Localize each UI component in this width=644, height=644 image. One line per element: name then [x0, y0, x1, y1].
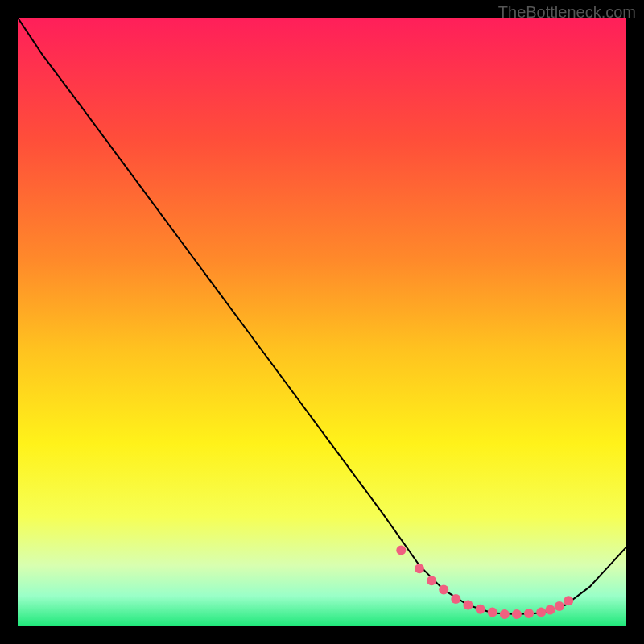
marker-dot [415, 564, 424, 573]
marker-dot [546, 605, 555, 615]
marker-dot [524, 609, 534, 618]
marker-dot [536, 608, 546, 617]
marker-dot [512, 609, 522, 619]
marker-dot [488, 608, 497, 617]
marker-dot [451, 594, 460, 604]
watermark-text: TheBottleneck.com [498, 3, 636, 22]
marker-dot [500, 609, 510, 619]
marker-dot [555, 601, 564, 611]
plot-area [18, 18, 626, 626]
marker-dot [564, 596, 573, 605]
chart-svg [18, 18, 626, 626]
marker-dot [463, 601, 473, 610]
marker-dot [396, 546, 406, 555]
gradient-background [18, 18, 626, 626]
marker-dot [476, 605, 485, 614]
marker-dot [439, 585, 448, 595]
chart-container: TheBottleneck.com [0, 0, 644, 644]
marker-dot [427, 576, 436, 585]
